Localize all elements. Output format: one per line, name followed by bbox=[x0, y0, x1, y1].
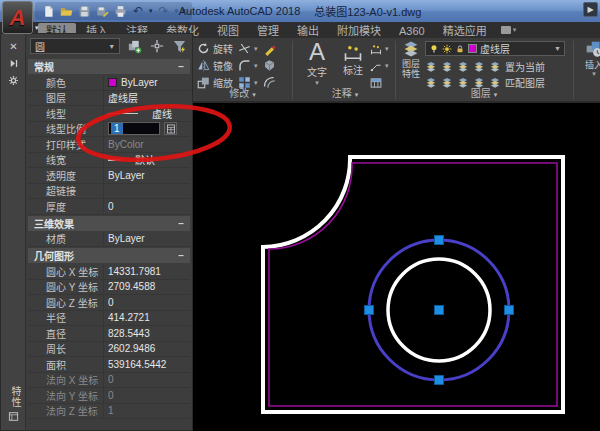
insert-panel: 插入 ▾ bbox=[576, 38, 600, 101]
mirror-button[interactable]: 镜像 bbox=[197, 58, 233, 73]
magenta-offset-outline[interactable] bbox=[269, 163, 557, 406]
erase-icon bbox=[265, 45, 276, 56]
color-swatch bbox=[108, 78, 117, 87]
lineweight-value[interactable]: 默认 bbox=[103, 153, 190, 168]
transparency-value[interactable]: ByLayer bbox=[103, 168, 190, 183]
panel-separator bbox=[395, 41, 396, 99]
center-z-value[interactable]: 0 bbox=[103, 295, 190, 310]
quick-calc-button[interactable] bbox=[164, 122, 177, 135]
selected-object-type: 圆 bbox=[35, 39, 45, 54]
linetype-value[interactable]: 虚线 bbox=[103, 106, 190, 121]
fillet-button[interactable]: ▾ bbox=[238, 58, 258, 73]
circumference-value[interactable]: 2602.9486 bbox=[103, 342, 190, 357]
tab-featured-apps[interactable]: 精选应用 bbox=[435, 23, 495, 38]
row-center-y: 圆心 Y 坐标 2709.4588 bbox=[28, 280, 190, 296]
section-header-general[interactable]: 常规− bbox=[28, 59, 190, 74]
gear-icon[interactable] bbox=[1, 73, 26, 87]
layers-panel-label[interactable]: 图层 ▾ bbox=[397, 85, 571, 100]
make-current-button[interactable]: 置为当前 bbox=[505, 59, 545, 74]
chevron-down-icon[interactable]: ▾ bbox=[254, 45, 258, 53]
chevron-down-icon: ▾ bbox=[355, 91, 359, 98]
section-header-geometry[interactable]: 几何图形− bbox=[28, 248, 190, 263]
rotate-icon bbox=[199, 43, 207, 53]
row-center-z: 圆心 Z 坐标 0 bbox=[28, 295, 190, 311]
application-menu-chevron-icon[interactable]: ▾ bbox=[35, 24, 39, 32]
grip-bottom[interactable] bbox=[435, 376, 444, 385]
trim-icon bbox=[239, 44, 250, 53]
quick-select-button[interactable] bbox=[171, 38, 188, 54]
panel-separator bbox=[573, 41, 574, 99]
grip-right[interactable] bbox=[505, 306, 514, 315]
layer-freeze-button[interactable] bbox=[457, 61, 469, 72]
layer-properties-button[interactable]: 图层特性 bbox=[398, 40, 424, 88]
section-header-3d-effects[interactable]: 三维效果− bbox=[28, 216, 190, 231]
drawing-area[interactable] bbox=[193, 103, 600, 431]
tab-view[interactable]: 视图 bbox=[209, 23, 247, 38]
layer-off-button[interactable] bbox=[473, 61, 485, 72]
row-diameter: 直径 828.5443 bbox=[28, 326, 190, 342]
row-area: 面积 539164.5442 bbox=[28, 357, 190, 373]
layer-isolate-button[interactable] bbox=[425, 61, 437, 72]
normal-z-value: 1 bbox=[103, 404, 190, 419]
normal-x-value: 0 bbox=[103, 373, 190, 388]
tab-manage[interactable]: 管理 bbox=[249, 23, 287, 38]
tab-addins[interactable]: 附加模块 bbox=[329, 23, 389, 38]
collapse-icon[interactable]: − bbox=[178, 61, 184, 72]
chevron-down-icon[interactable]: ▾ bbox=[385, 62, 389, 70]
leader-button[interactable]: ▾ bbox=[370, 58, 389, 73]
row-material: 材质 ByLayer bbox=[28, 232, 190, 248]
insert-block-button[interactable]: 插入 ▾ bbox=[577, 40, 600, 88]
ribbon-display-toggle[interactable]: ▾ bbox=[501, 26, 517, 34]
area-value[interactable]: 539164.5442 bbox=[103, 357, 190, 372]
window-title: Autodesk AutoCAD 2018 总装图123-A0-v1.dwg bbox=[0, 0, 600, 22]
collapse-icon[interactable]: − bbox=[178, 218, 184, 229]
grip-top[interactable] bbox=[435, 236, 444, 245]
material-value[interactable]: ByLayer bbox=[103, 232, 190, 247]
grip-left[interactable] bbox=[365, 306, 374, 315]
tab-a360[interactable]: A360 bbox=[391, 23, 433, 38]
erase-button[interactable] bbox=[263, 41, 277, 56]
radius-value[interactable]: 414.2721 bbox=[103, 311, 190, 326]
close-icon[interactable]: ✕ bbox=[1, 39, 26, 53]
dimension-icon bbox=[346, 46, 361, 61]
modify-panel-label[interactable]: 修改 ▾ bbox=[195, 85, 290, 100]
row-transparency: 透明度 ByLayer bbox=[28, 168, 190, 184]
row-circumference: 周长 2602.9486 bbox=[28, 342, 190, 358]
autohide-pin-icon[interactable] bbox=[1, 56, 26, 70]
color-value[interactable]: ByLayer bbox=[103, 75, 190, 90]
palette-body: 圆 ▼ 常规− 颜色 ByLayer 图层 虚线层 线型 虚线 bbox=[26, 34, 192, 430]
linetype-scale-input[interactable]: 1 bbox=[108, 122, 160, 135]
object-type-dropdown[interactable]: 圆 ▼ bbox=[30, 38, 120, 54]
application-menu-button[interactable]: A bbox=[2, 1, 33, 34]
annotate-panel-label[interactable]: 注释 ▾ bbox=[296, 85, 394, 100]
layer-lock-icon bbox=[458, 45, 463, 51]
explode-button[interactable] bbox=[263, 58, 277, 73]
document-title: 总装图123-A0-v1.dwg bbox=[314, 3, 421, 19]
trim-button[interactable]: ▾ bbox=[238, 41, 258, 56]
hyperlink-value[interactable] bbox=[103, 184, 190, 199]
title-bar: ↶▾ ↷▾ ▾ Autodesk AutoCAD 2018 总装图123-A0-… bbox=[0, 0, 600, 22]
layer-unisolate-button[interactable] bbox=[441, 61, 453, 72]
dimension-button[interactable]: 标注 bbox=[338, 42, 368, 77]
center-y-value[interactable]: 2709.4588 bbox=[103, 280, 190, 295]
rotate-button[interactable]: 旋转 bbox=[197, 41, 233, 56]
thickness-value[interactable]: 0 bbox=[103, 199, 190, 214]
chevron-down-icon[interactable]: ▾ bbox=[385, 45, 389, 53]
select-objects-button[interactable] bbox=[149, 38, 166, 54]
layer-value[interactable]: 虚线层 bbox=[103, 91, 190, 106]
chevron-down-icon: ▾ bbox=[494, 91, 498, 98]
toggle-pickadd-button[interactable] bbox=[126, 38, 143, 54]
grip-center[interactable] bbox=[435, 306, 444, 315]
collapse-icon[interactable]: − bbox=[178, 250, 184, 261]
linear-dimension-button[interactable]: ▾ bbox=[370, 41, 389, 56]
tab-output[interactable]: 输出 bbox=[289, 23, 327, 38]
infocenter-toggle-button[interactable]: ▶ bbox=[583, 2, 598, 17]
chevron-down-icon[interactable]: ▾ bbox=[254, 62, 258, 70]
row-linetype-scale: 线型比例 1 bbox=[28, 122, 190, 138]
normal-y-value: 0 bbox=[103, 388, 190, 403]
text-button[interactable]: A 文字 ▾ bbox=[302, 40, 332, 87]
make-current-icon[interactable] bbox=[489, 61, 501, 72]
center-x-value[interactable]: 14331.7981 bbox=[103, 264, 190, 279]
diameter-value[interactable]: 828.5443 bbox=[103, 326, 190, 341]
layer-select-dropdown[interactable]: 虚线层 ▼ bbox=[425, 41, 565, 56]
